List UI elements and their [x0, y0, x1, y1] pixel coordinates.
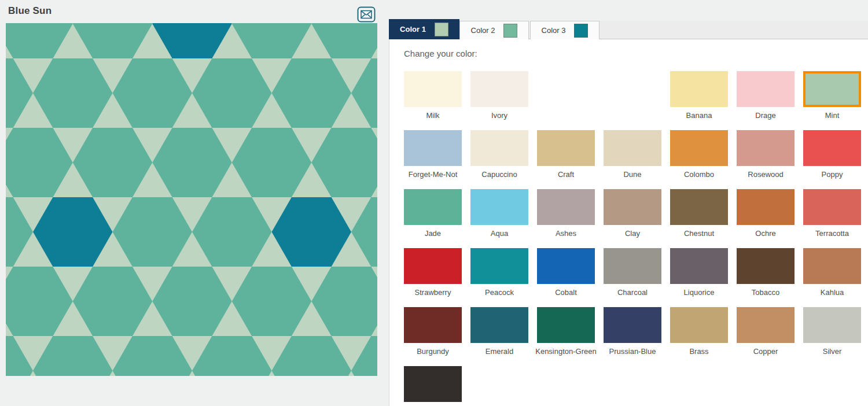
color-swatch-mint[interactable]: [803, 71, 861, 107]
swatch-label: Forget-Me-Not: [399, 170, 466, 179]
swatch-cell: [404, 366, 462, 402]
swatch-label: Ivory: [466, 111, 533, 120]
swatch-label: Kahlua: [799, 288, 866, 297]
swatch-cell: Ochre: [737, 189, 795, 238]
swatch-label: Charcoal: [599, 288, 666, 297]
tab-label: Color 2: [471, 26, 495, 35]
swatch-cell: Tobacco: [737, 248, 795, 297]
swatch-cell: Prussian-Blue: [604, 307, 661, 356]
color-swatch-poppy[interactable]: [803, 130, 861, 166]
color-swatch-tobacco[interactable]: [737, 248, 795, 284]
color-swatch-prussian-blue[interactable]: [604, 307, 661, 343]
swatch-cell: Copper: [737, 307, 795, 356]
tab-color-2[interactable]: Color 2: [459, 21, 529, 39]
swatch-cell: Drage: [737, 71, 795, 120]
color-swatch-clay[interactable]: [604, 189, 661, 225]
swatch-label: Emerald: [466, 347, 533, 356]
page-title: Blue Sun: [8, 5, 52, 17]
color-swatch-ivory[interactable]: [470, 71, 528, 107]
swatch-cell: Charcoal: [604, 248, 661, 297]
color-swatch-strawberry[interactable]: [404, 248, 462, 284]
color-swatch-silver[interactable]: [803, 307, 861, 343]
color-swatch-peacock[interactable]: [470, 248, 528, 284]
color-swatch-capuccino[interactable]: [470, 130, 528, 166]
swatch-cell: Banana: [670, 71, 728, 120]
swatch-label: Poppy: [799, 170, 866, 179]
swatch-cell: Craft: [537, 130, 595, 179]
swatch-label: Ashes: [532, 229, 599, 238]
color-swatch-kahlua[interactable]: [803, 248, 861, 284]
swatch-cell: Dune: [604, 130, 661, 179]
swatch-cell: Peacock: [470, 248, 528, 297]
color-swatch-forget-me-not[interactable]: [404, 130, 462, 166]
color-swatch-rosewood[interactable]: [737, 130, 795, 166]
swatch-cell: Ashes: [537, 189, 595, 238]
color-swatch-dune[interactable]: [604, 130, 661, 166]
color-swatch-brass[interactable]: [670, 307, 728, 343]
swatch-label: Silver: [799, 347, 866, 356]
color-swatch-copper[interactable]: [737, 307, 795, 343]
swatch-cell: Forget-Me-Not: [404, 130, 462, 179]
color-swatch-unnamed[interactable]: [404, 366, 462, 402]
swatch-label: Strawberry: [399, 288, 466, 297]
pattern-svg: [6, 23, 377, 376]
color-swatch-chestnut[interactable]: [670, 189, 728, 225]
swatch-label: Kensington-Green: [532, 347, 599, 356]
swatch-cell: Brass: [670, 307, 728, 356]
swatch-label: Jade: [399, 229, 466, 238]
envelope-icon-glyph: [357, 6, 376, 23]
swatch-label: Copper: [732, 347, 799, 356]
color-swatch-kensington-green[interactable]: [537, 307, 595, 343]
color-swatch-ochre[interactable]: [737, 189, 795, 225]
tab-label: Color 3: [542, 26, 566, 35]
swatch-label: Colombo: [665, 170, 733, 179]
swatch-cell: Aqua: [470, 189, 528, 238]
color-swatch-liquorice[interactable]: [670, 248, 728, 284]
color-swatch-banana[interactable]: [670, 71, 728, 107]
swatch-cell: Kahlua: [803, 248, 861, 297]
color-swatch-terracotta[interactable]: [803, 189, 861, 225]
swatch-label: Brass: [665, 347, 733, 356]
swatch-cell: Silver: [803, 307, 861, 356]
color-swatch-burgundy[interactable]: [404, 307, 462, 343]
color-swatch-cobalt[interactable]: [537, 248, 595, 284]
swatch-cell: Capuccino: [470, 130, 528, 179]
swatch-label: Drage: [732, 111, 799, 120]
swatch-label: Cobalt: [532, 288, 599, 297]
swatch-label: Peacock: [466, 288, 533, 297]
color-swatch-craft[interactable]: [537, 130, 595, 166]
pattern-preview: [6, 23, 377, 376]
color-swatch-jade[interactable]: [404, 189, 462, 225]
swatch-cell: Milk: [404, 71, 462, 120]
color-swatch-aqua[interactable]: [470, 189, 528, 225]
swatch-label: Tobacco: [732, 288, 799, 297]
envelope-icon[interactable]: [357, 6, 376, 23]
swatch-cell: Colombo: [670, 130, 728, 179]
swatch-cell: Ivory: [470, 71, 528, 120]
swatch-label: Capuccino: [466, 170, 533, 179]
color-swatch-ashes[interactable]: [537, 189, 595, 225]
swatch-cell: Jade: [404, 189, 462, 238]
color-picker-panel: Change your color: MilkIvoryBananaDrageM…: [389, 39, 868, 406]
swatch-label: Chestnut: [665, 229, 733, 238]
tab-color-swatch: [503, 24, 517, 38]
color-swatch-milk[interactable]: [404, 71, 462, 107]
swatch-label: Rosewood: [732, 170, 799, 179]
tab-color-swatch: [435, 23, 448, 36]
tab-label: Color 1: [400, 25, 426, 34]
swatch-cell: Emerald: [470, 307, 528, 356]
tab-color-3[interactable]: Color 3: [530, 21, 599, 39]
swatch-cell: Rosewood: [737, 130, 795, 179]
color-swatch-drage[interactable]: [737, 71, 795, 107]
swatch-label: Clay: [599, 229, 666, 238]
tab-color-1[interactable]: Color 1: [389, 19, 459, 39]
swatch-label: Prussian-Blue: [599, 347, 666, 356]
color-swatch-colombo[interactable]: [670, 130, 728, 166]
color-swatch-charcoal[interactable]: [604, 248, 661, 284]
color-swatch-emerald[interactable]: [470, 307, 528, 343]
swatch-cell: Poppy: [803, 130, 861, 179]
panel-heading: Change your color:: [404, 49, 477, 58]
swatch-label: Burgundy: [399, 347, 466, 356]
swatch-label: Dune: [599, 170, 666, 179]
swatch-label: Terracotta: [799, 229, 866, 238]
